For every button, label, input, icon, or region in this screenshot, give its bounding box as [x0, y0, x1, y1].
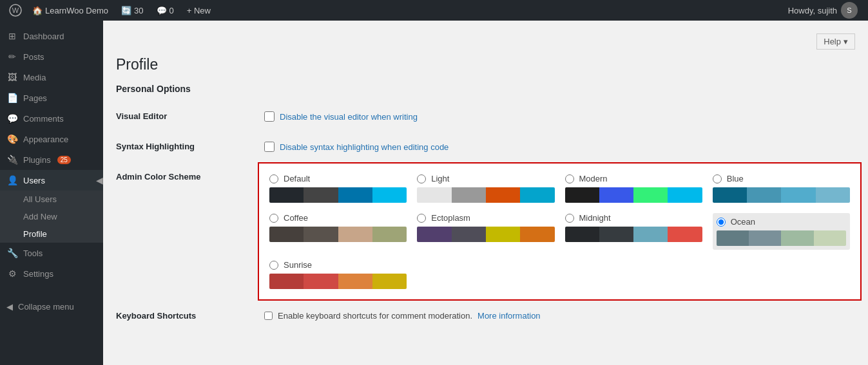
- color-scheme-grid: DefaultLightModernBlueCoffeeEctoplasmMid…: [269, 174, 850, 289]
- radio-coffee[interactable]: [269, 214, 278, 223]
- site-name: LearnWoo Demo: [45, 6, 108, 15]
- collapse-menu-button[interactable]: ◀ Collapse menu: [0, 297, 103, 317]
- swatch: [781, 230, 813, 246]
- more-info-link[interactable]: More information: [477, 311, 541, 321]
- sidebar-item-dashboard[interactable]: ⊞ Dashboard: [0, 26, 103, 46]
- syntax-highlighting-checkbox[interactable]: [264, 142, 275, 152]
- swatch: [668, 227, 702, 242]
- color-scheme-item-default: Default: [269, 174, 407, 203]
- swatch: [749, 230, 781, 246]
- swatch: [520, 187, 554, 203]
- swatch: [717, 230, 749, 246]
- tools-icon: 🔧: [6, 248, 18, 258]
- sidebar: ⊞ Dashboard ✏ Posts 🖼 Media 📄 Pages 💬 Co…: [0, 21, 103, 365]
- color-scheme-radio-default[interactable]: Default: [269, 174, 407, 183]
- color-scheme-radio-midnight[interactable]: Midnight: [565, 213, 702, 223]
- color-scheme-name-light: Light: [431, 174, 449, 183]
- swatch: [304, 274, 338, 289]
- submenu-add-new[interactable]: Add New: [0, 208, 103, 225]
- plugins-icon: 🔌: [6, 154, 18, 165]
- color-scheme-radio-ectoplasm[interactable]: Ectoplasm: [417, 213, 554, 223]
- color-scheme-item-midnight: Midnight: [565, 213, 702, 250]
- color-swatches-modern: [565, 187, 702, 203]
- color-swatches-blue: [713, 187, 850, 203]
- sidebar-item-tools[interactable]: 🔧 Tools: [0, 243, 103, 263]
- new-content-item[interactable]: + New: [180, 0, 217, 21]
- color-swatches-coffee: [269, 227, 407, 242]
- users-collapse-arrow: ◀: [96, 175, 103, 185]
- keyboard-shortcuts-label: Keyboard Shortcuts: [116, 301, 258, 331]
- plugins-badge: 25: [57, 156, 71, 164]
- sidebar-item-label: Appearance: [23, 135, 68, 144]
- site-name-item[interactable]: 🏠 LearnWoo Demo: [26, 0, 115, 21]
- keyboard-shortcuts-checkbox[interactable]: [264, 312, 273, 320]
- swatch: [338, 274, 372, 289]
- appearance-icon: 🎨: [6, 134, 18, 144]
- color-scheme-radio-blue[interactable]: Blue: [713, 174, 850, 183]
- keyboard-shortcuts-checkbox-label[interactable]: Enable keyboard shortcuts for comment mo…: [264, 311, 849, 321]
- color-scheme-name-modern: Modern: [579, 174, 608, 183]
- howdy-item[interactable]: Howdy, sujith S: [783, 2, 863, 19]
- sidebar-item-media[interactable]: 🖼 Media: [0, 67, 103, 88]
- comments-icon: 💬: [157, 6, 167, 15]
- radio-midnight[interactable]: [565, 214, 574, 223]
- sidebar-item-comments[interactable]: 💬 Comments: [0, 108, 103, 129]
- visual-editor-checkbox-label[interactable]: Disable the visual editor when writing: [264, 111, 849, 122]
- color-scheme-radio-light[interactable]: Light: [417, 174, 554, 183]
- color-scheme-radio-sunrise[interactable]: Sunrise: [269, 260, 407, 270]
- settings-icon: ⚙: [6, 268, 18, 279]
- color-scheme-radio-ocean[interactable]: Ocean: [717, 217, 846, 227]
- sidebar-item-settings[interactable]: ⚙ Settings: [0, 263, 103, 284]
- syntax-highlighting-checkbox-label[interactable]: Disable syntax highlighting when editing…: [264, 142, 849, 152]
- users-icon: 👤: [6, 175, 18, 185]
- radio-ectoplasm[interactable]: [417, 214, 426, 223]
- swatch: [599, 187, 633, 203]
- swatch: [269, 227, 304, 242]
- pages-icon: 📄: [6, 93, 18, 103]
- sidebar-item-plugins[interactable]: 🔌 Plugins 25: [0, 149, 103, 170]
- updates-item[interactable]: 🔄 30: [115, 0, 149, 21]
- radio-light[interactable]: [417, 174, 426, 183]
- radio-ocean[interactable]: [717, 218, 726, 227]
- users-submenu: All Users Add New Profile: [0, 191, 103, 243]
- color-scheme-radio-modern[interactable]: Modern: [565, 174, 702, 183]
- color-scheme-radio-coffee[interactable]: Coffee: [269, 213, 407, 223]
- visual-editor-checkbox[interactable]: [264, 111, 275, 122]
- sidebar-item-label: Dashboard: [23, 32, 64, 41]
- radio-sunrise[interactable]: [269, 261, 278, 270]
- swatch: [452, 187, 486, 203]
- submenu-all-users[interactable]: All Users: [0, 191, 103, 208]
- comments-item[interactable]: 💬 0: [150, 0, 180, 21]
- color-scheme-item-ectoplasm: Ectoplasm: [417, 213, 554, 250]
- sidebar-item-posts[interactable]: ✏ Posts: [0, 46, 103, 67]
- comments-count: 0: [169, 6, 174, 15]
- dashboard-icon: ⊞: [6, 31, 18, 41]
- syntax-highlighting-row: Syntax Highlighting Disable syntax highl…: [116, 132, 855, 162]
- sidebar-item-appearance[interactable]: 🎨 Appearance: [0, 129, 103, 149]
- swatch: [633, 187, 668, 203]
- color-scheme-name-coffee: Coffee: [284, 213, 308, 223]
- radio-default[interactable]: [269, 174, 278, 183]
- personal-options-heading: Personal Options: [116, 84, 855, 94]
- radio-blue[interactable]: [713, 174, 722, 183]
- howdy-text: Howdy, sujith: [788, 6, 837, 15]
- wp-logo[interactable]: W: [5, 0, 26, 21]
- color-scheme-name-blue: Blue: [727, 174, 744, 183]
- swatch: [565, 227, 599, 242]
- swatch: [372, 187, 407, 203]
- radio-modern[interactable]: [565, 174, 574, 183]
- help-label: Help: [824, 37, 841, 46]
- avatar: S: [841, 2, 858, 19]
- color-scheme-name-ectoplasm: Ectoplasm: [431, 213, 470, 223]
- color-scheme-name-midnight: Midnight: [579, 213, 611, 223]
- help-button[interactable]: Help ▾: [816, 33, 855, 50]
- color-swatches-midnight: [565, 227, 702, 242]
- swatch: [781, 187, 815, 203]
- keyboard-shortcuts-text: Enable keyboard shortcuts for comment mo…: [278, 311, 472, 321]
- sidebar-item-users[interactable]: 👤 Users ◀: [0, 170, 103, 191]
- sidebar-item-pages[interactable]: 📄 Pages: [0, 88, 103, 108]
- keyboard-shortcuts-row: Keyboard Shortcuts Enable keyboard short…: [116, 301, 855, 331]
- new-label: + New: [187, 6, 211, 15]
- submenu-profile[interactable]: Profile: [0, 225, 103, 243]
- sidebar-item-label: Settings: [23, 269, 53, 279]
